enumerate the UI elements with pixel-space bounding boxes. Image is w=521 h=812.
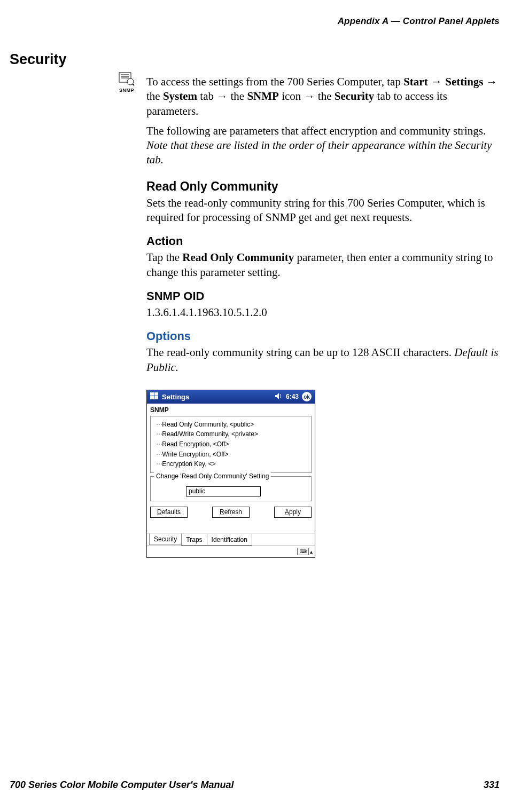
footer-manual-title: 700 Series Color Mobile Computer User's … [10,779,234,791]
defaults-button[interactable]: Defaults [150,507,188,518]
speaker-icon[interactable] [275,393,283,401]
tree-item[interactable]: Read Only Community, <public> [156,420,308,430]
oid-value: 1.3.6.1.4.1.1963.10.5.1.2.0 [146,305,500,320]
tab-bar: Security Traps Identification [147,533,315,546]
tree-item[interactable]: Read/Write Community, <private> [156,429,308,439]
clock-label[interactable]: 6:43 [286,393,299,400]
tree-item[interactable]: Read Encryption, <Off> [156,439,308,450]
group-legend: Change 'Read Only Community' Setting [154,472,271,480]
tab-security[interactable]: Security [149,533,182,545]
options-text: The read-only community string can be up… [146,345,500,375]
heading-options: Options [146,329,500,343]
parameter-tree[interactable]: Read Only Community, <public> Read/Write… [150,416,312,473]
svg-rect-7 [154,392,158,396]
svg-rect-9 [154,396,158,399]
snmp-icon-label: SNMP [119,88,134,93]
svg-rect-8 [150,396,154,399]
page-number: 331 [484,779,500,791]
running-header: Appendix A — Control Panel Applets [10,16,500,27]
intro-paragraph: To access the settings from the 700 Seri… [146,74,500,119]
tree-item[interactable]: Encryption Key, <> [156,459,308,469]
intro-paragraph-2: The following are parameters that affect… [146,124,500,168]
window-title: Settings [162,393,272,401]
action-text: Tap the Read Only Community parameter, t… [146,250,500,280]
sip-bar: ⌨ ▴ [147,546,315,557]
svg-marker-10 [275,393,279,399]
snmp-applet-icon: SNMP [116,72,137,93]
tree-item[interactable]: Write Encryption, <Off> [156,450,308,460]
heading-read-only-community: Read Only Community [146,179,500,194]
heading-snmp-oid: SNMP OID [146,289,500,303]
snmp-settings-screenshot: Settings 6:43 ok SNMP Read Only Communit… [146,390,315,558]
roc-text: Sets the read-only community string for … [146,196,500,225]
change-setting-group: Change 'Read Only Community' Setting [150,476,312,501]
refresh-button[interactable]: Refresh [212,507,250,518]
apply-button[interactable]: Apply [274,507,312,518]
tab-identification[interactable]: Identification [207,534,252,546]
applet-title: SNMP [147,404,315,415]
ok-button[interactable]: ok [302,392,312,401]
section-title-security: Security [10,51,500,68]
tab-traps[interactable]: Traps [181,534,207,546]
heading-action: Action [146,234,500,248]
start-flag-icon[interactable] [150,392,159,401]
community-string-input[interactable] [186,486,261,496]
svg-rect-6 [150,392,154,396]
keyboard-icon[interactable]: ⌨ [297,548,309,555]
svg-line-5 [133,84,134,85]
sip-arrow-icon[interactable]: ▴ [310,549,313,555]
window-titlebar: Settings 6:43 ok [147,390,315,404]
